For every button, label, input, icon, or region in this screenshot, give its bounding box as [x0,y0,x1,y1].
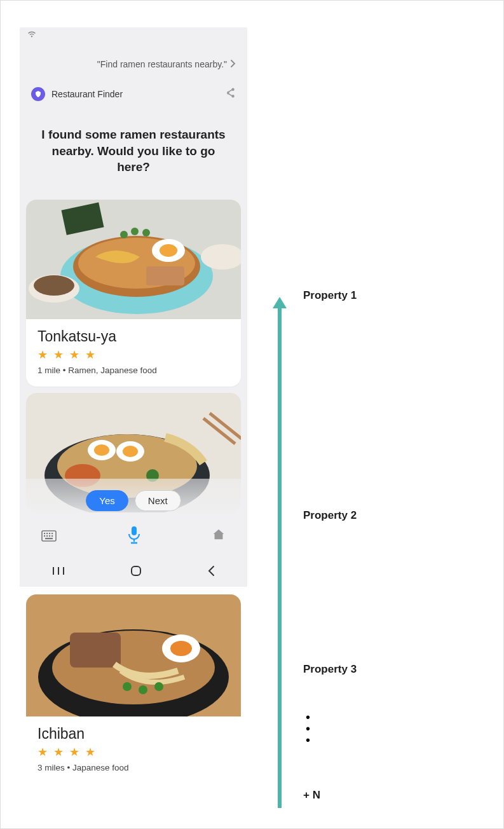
recents-button[interactable] [52,566,65,579]
restaurant-subtitle: 3 miles • Japanese food [37,763,229,772]
svg-rect-6 [146,266,184,285]
svg-rect-30 [49,535,50,537]
svg-rect-28 [44,535,45,537]
capsule-icon [31,87,45,101]
assistant-toolbar [20,525,247,547]
svg-rect-25 [46,533,48,534]
assistant-response: I found some ramen restaurants nearby. W… [20,105,247,193]
annotation-plus-n: + N [303,789,320,802]
restaurant-name: Tonkatsu-ya [37,328,229,345]
wifi-icon [27,31,36,39]
restaurant-subtitle: 1 mile • Ramen, Japanese food [37,366,229,375]
svg-point-5 [160,244,177,257]
next-button[interactable]: Next [135,490,181,511]
svg-point-47 [139,685,147,694]
capsule-header: Restaurant Finder [20,78,247,105]
svg-point-20 [123,446,138,457]
rating-stars: ★ ★ ★ ★ [37,348,229,362]
restaurant-image [26,594,241,716]
ellipsis-icon: ••• [306,711,310,746]
scroll-arrow [278,306,282,808]
svg-rect-33 [132,526,137,535]
svg-point-48 [154,682,163,691]
user-query-row[interactable]: "Find ramen restaurants nearby." [20,43,247,78]
home-button[interactable] [130,565,142,580]
annotation-label: Property 2 [303,509,357,522]
restaurant-name: Ichiban [37,725,229,743]
svg-rect-31 [51,535,53,537]
svg-rect-29 [46,535,48,537]
restaurant-card-body: Ichiban ★ ★ ★ ★ 3 miles • Japanese food [26,716,241,784]
restaurant-card[interactable]: Tonkatsu-ya ★ ★ ★ ★ 1 mile • Ramen, Japa… [26,200,241,387]
yes-button[interactable]: Yes [86,490,128,511]
keyboard-icon[interactable] [41,530,57,542]
svg-rect-24 [44,533,45,534]
capsule-title: Restaurant Finder [51,89,224,99]
restaurant-image [26,200,241,319]
svg-rect-39 [132,566,140,575]
svg-point-18 [94,444,109,456]
svg-rect-26 [49,533,50,534]
home-icon[interactable] [212,528,226,544]
svg-point-8 [34,275,74,296]
svg-point-12 [131,228,139,235]
svg-point-11 [120,231,128,238]
suggestion-pills: Yes Next [86,490,180,511]
svg-rect-27 [51,533,53,534]
status-bar [20,27,247,43]
restaurant-card[interactable]: Ichiban ★ ★ ★ ★ 3 miles • Japanese food [26,594,241,784]
back-button[interactable] [207,565,215,580]
action-overlay: Yes Next [20,479,247,587]
svg-rect-45 [70,633,121,668]
svg-rect-32 [45,538,53,539]
chevron-right-icon [231,59,236,69]
annotation-label: Property 1 [303,289,357,302]
android-nav-bar [20,558,247,587]
rating-stars: ★ ★ ★ ★ [37,745,229,759]
restaurant-card-body: Tonkatsu-ya ★ ★ ★ ★ 1 mile • Ramen, Japa… [26,319,241,387]
share-icon[interactable] [224,87,236,101]
svg-point-13 [142,229,150,236]
user-query-text: "Find ramen restaurants nearby." [97,59,227,69]
svg-point-44 [170,641,192,656]
phone-frame: "Find ramen restaurants nearby." Restaur… [20,27,247,587]
svg-point-46 [123,682,132,691]
microphone-icon[interactable] [126,525,142,547]
annotation-label: Property 3 [303,663,357,676]
